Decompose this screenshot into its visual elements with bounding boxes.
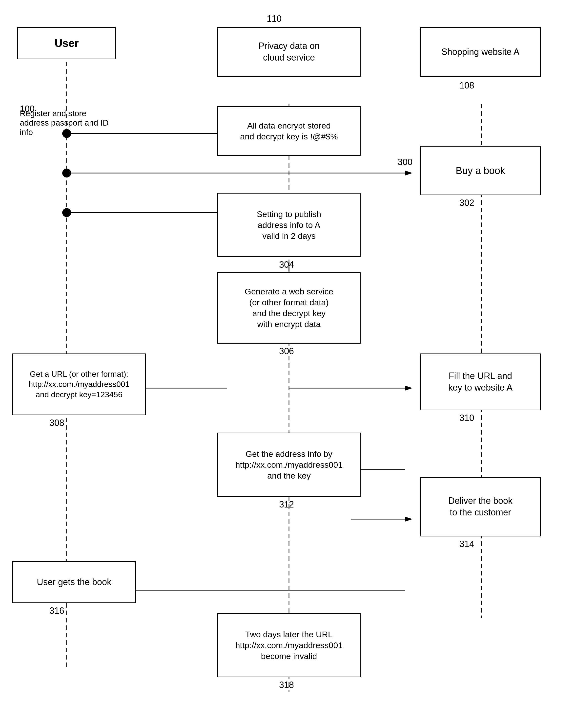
actor-shop: Shopping website A bbox=[420, 27, 541, 76]
actor-user: User bbox=[17, 27, 116, 59]
ref-108: 108 bbox=[460, 80, 474, 91]
box-generate: Generate a web service(or other format d… bbox=[217, 272, 361, 344]
ref-312: 312 bbox=[279, 499, 294, 510]
box-fill-url: Fill the URL andkey to website A bbox=[420, 353, 541, 410]
ref-304: 304 bbox=[279, 259, 294, 270]
box-user-gets: User gets the book bbox=[12, 561, 136, 603]
box-setting: Setting to publishaddress info to Avalid… bbox=[217, 193, 361, 257]
box-buy-book: Buy a book bbox=[420, 146, 541, 195]
ref-310: 310 bbox=[460, 413, 474, 423]
ref-300: 300 bbox=[398, 157, 412, 167]
svg-marker-17 bbox=[405, 386, 412, 390]
ref-302: 302 bbox=[460, 198, 474, 208]
svg-point-9 bbox=[62, 208, 71, 217]
svg-marker-8 bbox=[405, 170, 412, 176]
ref-306: 306 bbox=[279, 346, 294, 356]
box-invalid: Two days later the URLhttp://xx.com./mya… bbox=[217, 613, 361, 677]
box-deliver: Deliver the bookto the customer bbox=[420, 477, 541, 536]
ref-top: 110 bbox=[267, 13, 281, 24]
svg-marker-21 bbox=[405, 517, 412, 521]
actor-cloud: Privacy data oncloud service bbox=[217, 27, 361, 76]
box-get-url: Get a URL (or other format):http://xx.co… bbox=[12, 353, 146, 415]
box-encrypt: All data encrypt storedand decrypt key i… bbox=[217, 106, 361, 156]
svg-point-6 bbox=[62, 168, 71, 178]
ref-316: 316 bbox=[49, 606, 64, 616]
ref-308: 308 bbox=[49, 418, 64, 428]
box-get-address: Get the address info byhttp://xx.com./my… bbox=[217, 433, 361, 497]
ref-318: 318 bbox=[279, 680, 294, 690]
ref-314: 314 bbox=[460, 539, 474, 549]
ref-100: 100 bbox=[20, 104, 35, 114]
diagram-container: 110 User Privacy data oncloud service Sh… bbox=[0, 0, 575, 728]
